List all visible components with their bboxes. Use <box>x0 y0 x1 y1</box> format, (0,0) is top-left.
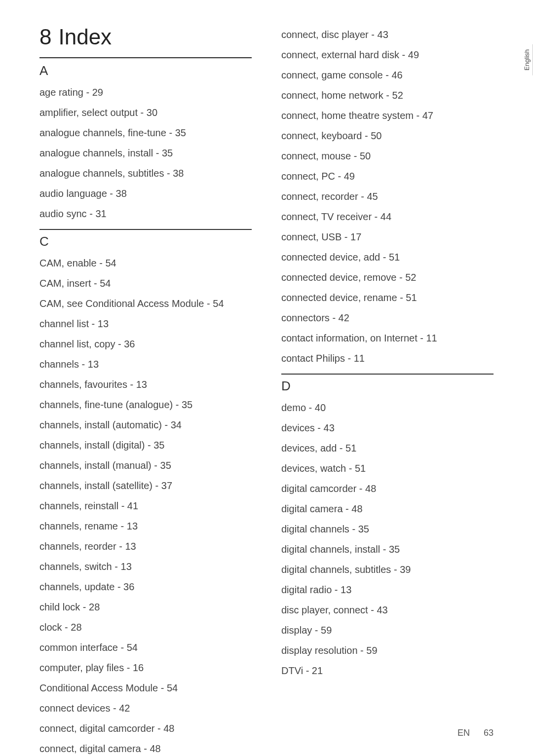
index-entry: child lock - 28 <box>39 597 252 617</box>
index-entry: channels, update - 36 <box>39 577 252 597</box>
index-entry: digital channels, install - 35 <box>281 539 494 560</box>
index-entry: CAM, see Conditional Access Module - 54 <box>39 294 252 314</box>
section-a-entries: age rating - 29 amplifier, select output… <box>39 82 252 224</box>
footer-lang: EN <box>457 728 470 738</box>
index-entry: digital camera - 48 <box>281 499 494 519</box>
section-letter-c: C <box>39 234 252 249</box>
index-entry: DTVi - 21 <box>281 661 494 681</box>
index-entry: channels, install (automatic) - 34 <box>39 415 252 435</box>
index-entry: connect, digital camcorder - 48 <box>39 718 252 739</box>
index-entry: display resolution - 59 <box>281 641 494 661</box>
index-entry: channels, switch - 13 <box>39 557 252 577</box>
section-letter-a: A <box>39 63 252 78</box>
index-entry: digital radio - 13 <box>281 580 494 600</box>
section-divider <box>281 374 494 375</box>
index-entry: analogue channels, install - 35 <box>39 143 252 163</box>
index-entry: CAM, enable - 54 <box>39 253 252 273</box>
index-entry: contact Philips - 11 <box>281 348 494 369</box>
index-entry: channels, favourites - 13 <box>39 375 252 395</box>
index-entry: connect, external hard disk - 49 <box>281 45 494 65</box>
index-entry: connect, recorder - 45 <box>281 187 494 207</box>
index-entry: connect devices - 42 <box>39 698 252 718</box>
column-right: connect, disc player - 43 connect, exter… <box>281 25 494 756</box>
index-entry: channels, install (digital) - 35 <box>39 435 252 455</box>
index-entry: connect, home theatre system - 47 <box>281 106 494 126</box>
section-d-entries: demo - 40 devices - 43 devices, add - 51… <box>281 398 494 681</box>
index-entry: connect, PC - 49 <box>281 166 494 187</box>
index-entry: channels, reinstall - 41 <box>39 496 252 516</box>
index-entry: devices, watch - 51 <box>281 458 494 479</box>
index-entry: common interface - 54 <box>39 638 252 658</box>
index-entry: age rating - 29 <box>39 82 252 103</box>
index-entry: channels - 13 <box>39 354 252 375</box>
index-entry: channels, fine-tune (analogue) - 35 <box>39 395 252 415</box>
section-c-cont-entries: connect, disc player - 43 connect, exter… <box>281 25 494 369</box>
index-entry: channels, rename - 13 <box>39 516 252 536</box>
index-columns: 8Index A age rating - 29 amplifier, sele… <box>39 25 494 756</box>
index-entry: disc player, connect - 43 <box>281 600 494 620</box>
index-entry: connectors - 42 <box>281 308 494 328</box>
index-entry: display - 59 <box>281 620 494 641</box>
index-entry: connect, digital camera - 48 <box>39 739 252 756</box>
index-entry: digital channels - 35 <box>281 519 494 539</box>
index-entry: clock - 28 <box>39 617 252 638</box>
index-entry: amplifier, select output - 30 <box>39 103 252 123</box>
section-c-entries: CAM, enable - 54 CAM, insert - 54 CAM, s… <box>39 253 252 756</box>
index-entry: audio sync - 31 <box>39 204 252 224</box>
index-entry: computer, play files - 16 <box>39 658 252 678</box>
index-entry: digital camcorder - 48 <box>281 479 494 499</box>
index-entry: channel list, copy - 36 <box>39 334 252 354</box>
language-tab: English <box>521 44 533 76</box>
index-entry: devices - 43 <box>281 418 494 438</box>
index-entry: connect, disc player - 43 <box>281 25 494 45</box>
chapter-title: Index <box>58 25 112 49</box>
chapter-heading: 8Index <box>39 25 252 58</box>
index-entry: channels, reorder - 13 <box>39 536 252 557</box>
index-entry: analogue channels, subtitles - 38 <box>39 163 252 184</box>
index-entry: analogue channels, fine-tune - 35 <box>39 123 252 143</box>
section-divider <box>39 229 252 230</box>
index-entry: Conditional Access Module - 54 <box>39 678 252 698</box>
index-entry: demo - 40 <box>281 398 494 418</box>
index-entry: channels, install (satellite) - 37 <box>39 476 252 496</box>
index-entry: audio language - 38 <box>39 184 252 204</box>
index-entry: devices, add - 51 <box>281 438 494 458</box>
index-entry: contact information, on Internet - 11 <box>281 328 494 348</box>
index-entry: connect, home network - 52 <box>281 85 494 106</box>
index-entry: digital channels, subtitles - 39 <box>281 560 494 580</box>
index-entry: connect, game console - 46 <box>281 65 494 85</box>
index-entry: connect, TV receiver - 44 <box>281 207 494 227</box>
page-footer: EN 63 <box>457 728 494 738</box>
chapter-number: 8 <box>39 25 51 49</box>
section-letter-d: D <box>281 378 494 394</box>
index-entry: channels, install (manual) - 35 <box>39 455 252 476</box>
index-entry: connect, keyboard - 50 <box>281 126 494 146</box>
footer-page: 63 <box>484 728 494 738</box>
index-entry: channel list - 13 <box>39 314 252 334</box>
index-entry: CAM, insert - 54 <box>39 273 252 294</box>
index-entry: connect, mouse - 50 <box>281 146 494 166</box>
index-entry: connect, USB - 17 <box>281 227 494 247</box>
index-entry: connected device, rename - 51 <box>281 288 494 308</box>
index-entry: connected device, remove - 52 <box>281 267 494 288</box>
index-entry: connected device, add - 51 <box>281 247 494 267</box>
column-left: 8Index A age rating - 29 amplifier, sele… <box>39 25 252 756</box>
